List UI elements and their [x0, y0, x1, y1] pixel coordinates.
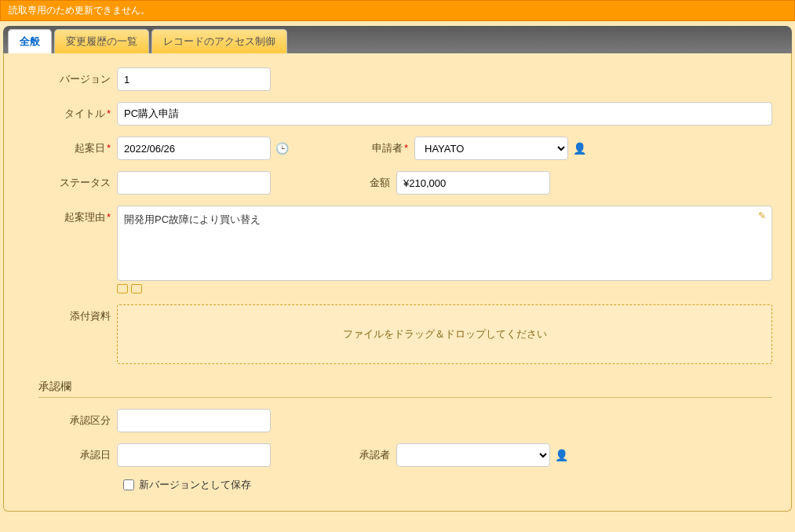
- tab-history[interactable]: 変更履歴の一覧: [54, 29, 149, 53]
- applicant-select[interactable]: HAYATO: [414, 137, 568, 160]
- required-marker: *: [404, 142, 408, 154]
- status-input: [117, 171, 271, 195]
- clock-icon[interactable]: 🕒: [275, 142, 289, 155]
- title-input[interactable]: [117, 102, 772, 126]
- approver-label: 承認者: [334, 448, 396, 462]
- reason-label: 起案理由*: [23, 206, 117, 224]
- approval-date-input[interactable]: [117, 443, 271, 467]
- reason-textarea[interactable]: 開発用PC故障により買い替え: [117, 206, 772, 281]
- table-icon[interactable]: [131, 284, 142, 293]
- status-label: ステータス: [23, 176, 117, 190]
- readonly-warning-bar: 読取専用のため更新できません。: [0, 0, 795, 21]
- save-as-new-version-checkbox[interactable]: [123, 479, 134, 490]
- required-marker: *: [107, 211, 111, 223]
- amount-input[interactable]: [396, 171, 550, 195]
- approval-date-label: 承認日: [23, 448, 117, 462]
- required-marker: *: [107, 142, 111, 154]
- pencil-icon[interactable]: ✎: [758, 210, 766, 221]
- applicant-label: 申請者*: [352, 141, 414, 155]
- file-dropzone[interactable]: ファイルをドラッグ＆ドロップしてください: [117, 304, 772, 364]
- image-icon[interactable]: [117, 284, 128, 293]
- tab-access-control[interactable]: レコードのアクセス制御: [151, 29, 287, 53]
- user-icon[interactable]: 👤: [573, 142, 586, 155]
- user-icon[interactable]: 👤: [555, 449, 568, 461]
- approver-select[interactable]: [396, 443, 550, 467]
- textarea-toolbar: [117, 284, 772, 293]
- amount-label: 金額: [334, 176, 396, 190]
- approval-section-header: 承認欄: [38, 380, 772, 398]
- required-marker: *: [107, 107, 111, 119]
- draft-date-input[interactable]: [117, 137, 271, 160]
- version-input[interactable]: [117, 67, 271, 91]
- approval-type-input[interactable]: [117, 409, 271, 432]
- approval-type-label: 承認区分: [23, 414, 117, 428]
- title-label: タイトル*: [23, 107, 117, 121]
- version-label: バージョン: [23, 72, 117, 86]
- save-as-new-version-label: 新バージョンとして保存: [139, 478, 251, 492]
- form-panel: バージョン タイトル* 起案日* 🕒 申請者* HAYATO 👤 ステータス: [3, 53, 792, 512]
- draft-date-label: 起案日*: [23, 141, 117, 155]
- tab-general[interactable]: 全般: [8, 29, 52, 53]
- attachment-label: 添付資料: [23, 304, 117, 323]
- tab-bar: 全般 変更履歴の一覧 レコードのアクセス制御: [3, 26, 792, 53]
